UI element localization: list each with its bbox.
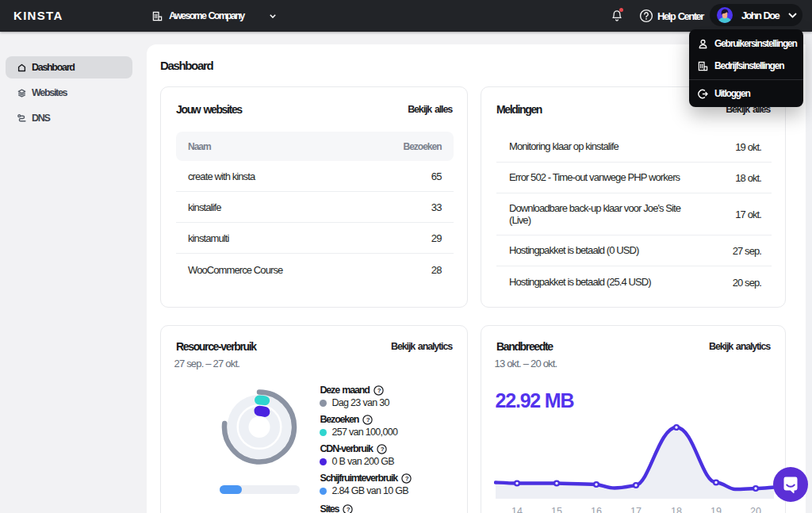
svg-text:?: ? bbox=[366, 416, 370, 423]
svg-text:?: ? bbox=[347, 506, 350, 513]
svg-text:?: ? bbox=[377, 387, 381, 394]
svg-text:?: ? bbox=[380, 446, 384, 453]
svg-text:?: ? bbox=[405, 475, 409, 482]
